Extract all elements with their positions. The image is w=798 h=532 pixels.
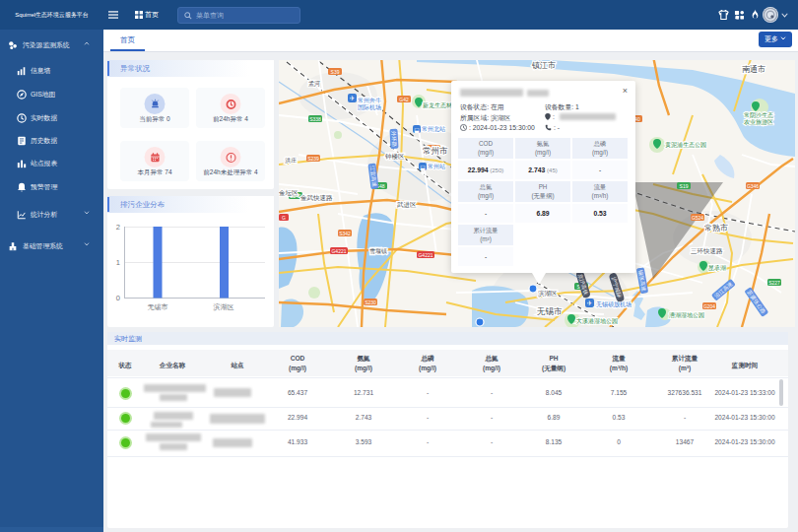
svg-text:G346: G346 <box>747 183 759 189</box>
svg-text:常州北站: 常州北站 <box>422 125 445 133</box>
svg-text:常州奔牛: 常州奔牛 <box>358 98 381 103</box>
svg-text:G4221: G4221 <box>331 248 346 254</box>
svg-text:G524: G524 <box>692 215 703 221</box>
svg-text:新龙生态林: 新龙生态林 <box>423 101 453 108</box>
svg-text:金坛区: 金坛区 <box>279 189 299 196</box>
svg-text:G204: G204 <box>703 303 715 309</box>
svg-text:常熟市: 常熟市 <box>704 224 728 233</box>
svg-text:大溪港湿地公园: 大溪港湿地公园 <box>576 317 618 325</box>
svg-text:漕湖湿地公园: 漕湖湿地公园 <box>669 311 704 319</box>
svg-text:农业旅游区: 农业旅游区 <box>744 118 773 126</box>
svg-text:洪庄: 洪庄 <box>285 157 297 164</box>
svg-text:S230: S230 <box>365 299 376 305</box>
svg-text:滨湖区: 滨湖区 <box>214 302 234 311</box>
svg-text:1: 1 <box>116 258 120 267</box>
svg-text:S19: S19 <box>680 183 689 189</box>
svg-text:无锡市: 无锡市 <box>537 306 563 316</box>
svg-text:常州市: 常州市 <box>423 146 448 156</box>
svg-text:无锡硕放机场: 无锡硕放机场 <box>596 300 632 308</box>
svg-text:镇江市: 镇江市 <box>531 61 556 70</box>
svg-text:雪堰镇: 雪堰镇 <box>369 247 387 254</box>
svg-text:南通市: 南通市 <box>742 64 765 74</box>
svg-text:昆承湖: 昆承湖 <box>708 265 726 272</box>
svg-text:G4221: G4221 <box>418 252 432 258</box>
svg-text:S338: S338 <box>309 116 321 122</box>
svg-text:金武快速路: 金武快速路 <box>300 194 333 202</box>
svg-text:三环快速路: 三环快速路 <box>691 247 723 255</box>
svg-text:✈: ✈ <box>350 95 356 101</box>
svg-text:S39: S39 <box>331 69 340 75</box>
svg-text:0: 0 <box>116 294 120 302</box>
svg-text:S239: S239 <box>307 156 319 162</box>
svg-text:S227: S227 <box>768 280 780 286</box>
svg-text:无锡市: 无锡市 <box>148 302 168 311</box>
svg-text:武进区: 武进区 <box>396 201 417 209</box>
svg-text:黄泥浦生态公园: 黄泥浦生态公园 <box>665 141 706 149</box>
svg-text:外环路: 外环路 <box>391 131 398 148</box>
svg-text:✈: ✈ <box>587 299 593 306</box>
svg-text:G42: G42 <box>399 97 409 102</box>
svg-text:G: G <box>282 215 286 221</box>
svg-text:常阴沙生态: 常阴沙生态 <box>744 111 773 119</box>
svg-text:常州站: 常州站 <box>428 164 445 170</box>
svg-text:孟河: 孟河 <box>308 81 320 87</box>
svg-text:2: 2 <box>116 223 120 232</box>
svg-text:⬓: ⬓ <box>414 127 420 133</box>
svg-text:钟楼区: 钟楼区 <box>384 153 405 160</box>
svg-text:国际机场: 国际机场 <box>358 103 381 111</box>
svg-text:S342: S342 <box>339 231 351 236</box>
svg-text:滨湖区: 滨湖区 <box>538 290 558 298</box>
svg-text:⬓: ⬓ <box>420 165 426 170</box>
